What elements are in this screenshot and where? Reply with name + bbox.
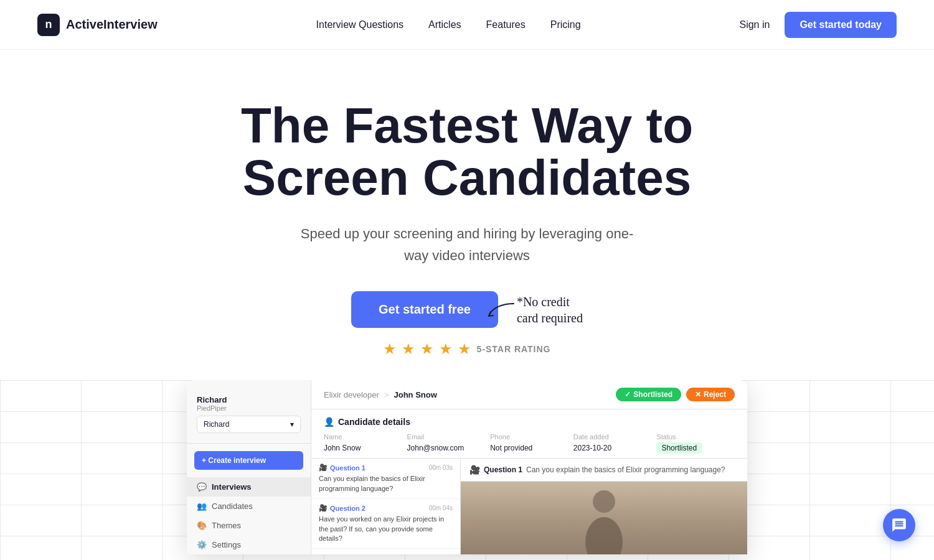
reject-label: Reject bbox=[704, 390, 726, 399]
breadcrumb-position: Elixir developer bbox=[324, 390, 379, 399]
breadcrumb-path: Elixir developer > John Snow bbox=[324, 390, 437, 399]
question-1-label: 🎥 Question 1 bbox=[319, 464, 366, 472]
question-2-header: 🎥 Question 2 00m 04s bbox=[319, 504, 453, 512]
nav-interview-questions[interactable]: Interview Questions bbox=[316, 19, 404, 30]
sidebar-item-themes[interactable]: 🎨 Themes bbox=[187, 516, 311, 535]
question-1-text: Can you explain the basics of Elixir pro… bbox=[319, 474, 453, 493]
navigation: n ActiveInterview Interview Questions Ar… bbox=[0, 0, 934, 50]
questions-list: 🎥 Question 1 00m 03s Can you explain the… bbox=[311, 459, 461, 554]
hero-subtitle: Speed up your screening and hiring by le… bbox=[299, 223, 635, 266]
no-credit-line2: card required bbox=[517, 311, 583, 325]
video-placeholder bbox=[461, 482, 747, 554]
sidebar-item-settings[interactable]: ⚙️ Settings bbox=[187, 535, 311, 554]
chat-icon bbox=[891, 517, 907, 533]
rating-text: 5-STAR RATING bbox=[476, 344, 550, 354]
star-1: ★ bbox=[383, 340, 397, 358]
get-started-nav-button[interactable]: Get started today bbox=[785, 12, 897, 38]
sidebar-themes-label: Themes bbox=[212, 521, 241, 530]
sidebar-select-box[interactable]: Richard ▾ bbox=[197, 416, 301, 433]
sidebar-settings-label: Settings bbox=[212, 540, 241, 549]
sidebar-item-interviews[interactable]: 💬 Interviews bbox=[187, 477, 311, 497]
nav-articles[interactable]: Articles bbox=[428, 19, 461, 30]
app-screenshot: Richard PiedPiper Richard ▾ + Create int… bbox=[187, 380, 747, 554]
status-badge: Shortlisted bbox=[656, 442, 702, 454]
screenshot-section: Richard PiedPiper Richard ▾ + Create int… bbox=[0, 380, 934, 560]
date-value: 2023-10-20 bbox=[573, 444, 611, 452]
nav-features[interactable]: Features bbox=[486, 19, 526, 30]
themes-icon: 🎨 bbox=[197, 521, 207, 530]
select-label: Richard bbox=[204, 420, 229, 429]
get-started-free-button[interactable]: Get started free bbox=[351, 291, 498, 328]
questions-section: 🎥 Question 1 00m 03s Can you explain the… bbox=[311, 459, 747, 554]
name-label: Name bbox=[324, 433, 402, 441]
check-icon: ✓ bbox=[625, 390, 631, 399]
detail-name: Name John Snow bbox=[324, 433, 402, 453]
person-icon: 👤 bbox=[324, 417, 334, 427]
svg-point-1 bbox=[585, 517, 623, 555]
question-item-1[interactable]: 🎥 Question 1 00m 03s Can you explain the… bbox=[311, 459, 460, 499]
logo[interactable]: n ActiveInterview bbox=[37, 14, 158, 36]
stars-rating-row: ★ ★ ★ ★ ★ 5-STAR RATING bbox=[12, 340, 922, 358]
create-interview-button[interactable]: + Create interview bbox=[194, 451, 303, 470]
breadcrumb-separator: > bbox=[384, 390, 389, 399]
breadcrumb-current-name: John Snow bbox=[394, 390, 436, 399]
sign-in-link[interactable]: Sign in bbox=[739, 19, 770, 30]
chat-bubble-button[interactable] bbox=[883, 509, 915, 541]
video-q-label: Question 1 bbox=[484, 465, 522, 474]
app-breadcrumb: Elixir developer > John Snow ✓ Shortlist… bbox=[311, 380, 747, 409]
star-5: ★ bbox=[458, 340, 471, 358]
svg-point-0 bbox=[593, 490, 615, 513]
hero-title: The Fastest Way to Screen Candidates bbox=[218, 100, 716, 204]
video-area: 🎥 Question 1 Can you explain the basics … bbox=[461, 459, 747, 554]
star-4: ★ bbox=[439, 340, 453, 358]
settings-icon: ⚙️ bbox=[197, 540, 207, 549]
status-label: Status bbox=[656, 433, 735, 441]
app-sidebar: Richard PiedPiper Richard ▾ + Create int… bbox=[187, 380, 311, 554]
shortlist-button[interactable]: ✓ Shortlisted bbox=[616, 388, 681, 401]
app-main: Elixir developer > John Snow ✓ Shortlist… bbox=[311, 380, 747, 554]
detail-email: Email John@snow.com bbox=[407, 433, 486, 453]
star-2: ★ bbox=[402, 340, 415, 358]
detail-status: Status Shortlisted bbox=[656, 433, 735, 453]
video-icon: 🎥 bbox=[469, 465, 480, 475]
camera-icon-2: 🎥 bbox=[319, 504, 328, 512]
sidebar-company-name: Richard bbox=[197, 395, 301, 404]
app-mock: Richard PiedPiper Richard ▾ + Create int… bbox=[187, 380, 747, 554]
detail-date: Date added 2023-10-20 bbox=[573, 433, 652, 453]
logo-text: ActiveInterview bbox=[66, 17, 158, 32]
question-2-text: Have you worked on any Elixir projects i… bbox=[319, 515, 453, 543]
sidebar-interviews-label: Interviews bbox=[212, 482, 252, 492]
logo-icon: n bbox=[37, 14, 60, 36]
star-3: ★ bbox=[420, 340, 434, 358]
sidebar-candidates-label: Candidates bbox=[212, 502, 253, 511]
email-label: Email bbox=[407, 433, 486, 441]
nav-links: Interview Questions Articles Features Pr… bbox=[316, 19, 581, 30]
shortlist-label: Shortlisted bbox=[633, 390, 672, 399]
sidebar-company-sub: PiedPiper bbox=[197, 404, 301, 412]
candidate-details-title: 👤 Candidate details bbox=[324, 417, 735, 427]
sidebar-item-candidates[interactable]: 👥 Candidates bbox=[187, 497, 311, 516]
nav-right: Sign in Get started today bbox=[739, 12, 897, 38]
camera-icon: 🎥 bbox=[319, 464, 328, 472]
interviews-icon: 💬 bbox=[197, 482, 207, 492]
reject-button[interactable]: ✕ Reject bbox=[686, 388, 735, 401]
question-2-time: 00m 04s bbox=[429, 505, 453, 511]
question-1-header: 🎥 Question 1 00m 03s bbox=[319, 464, 453, 472]
candidate-details: 👤 Candidate details Name John Snow Email… bbox=[311, 409, 747, 459]
arrow-icon bbox=[486, 301, 517, 319]
phone-value: Not provided bbox=[490, 444, 532, 452]
video-question-header: 🎥 Question 1 Can you explain the basics … bbox=[461, 459, 747, 482]
question-item-2[interactable]: 🎥 Question 2 00m 04s Have you worked on … bbox=[311, 499, 460, 549]
x-icon: ✕ bbox=[695, 390, 701, 399]
detail-phone: Phone Not provided bbox=[490, 433, 568, 453]
question-1-time: 00m 03s bbox=[429, 464, 453, 471]
video-q-text: Can you explain the basics of Elixir pro… bbox=[526, 465, 738, 474]
nav-pricing[interactable]: Pricing bbox=[550, 19, 581, 30]
question-2-label: 🎥 Question 2 bbox=[319, 504, 366, 512]
action-buttons: ✓ Shortlisted ✕ Reject bbox=[616, 388, 735, 401]
email-value: John@snow.com bbox=[407, 444, 465, 452]
phone-label: Phone bbox=[490, 433, 568, 441]
details-grid: Name John Snow Email John@snow.com Phone… bbox=[324, 433, 735, 453]
chevron-down-icon: ▾ bbox=[290, 420, 294, 429]
sidebar-company: Richard PiedPiper Richard ▾ bbox=[187, 390, 311, 444]
